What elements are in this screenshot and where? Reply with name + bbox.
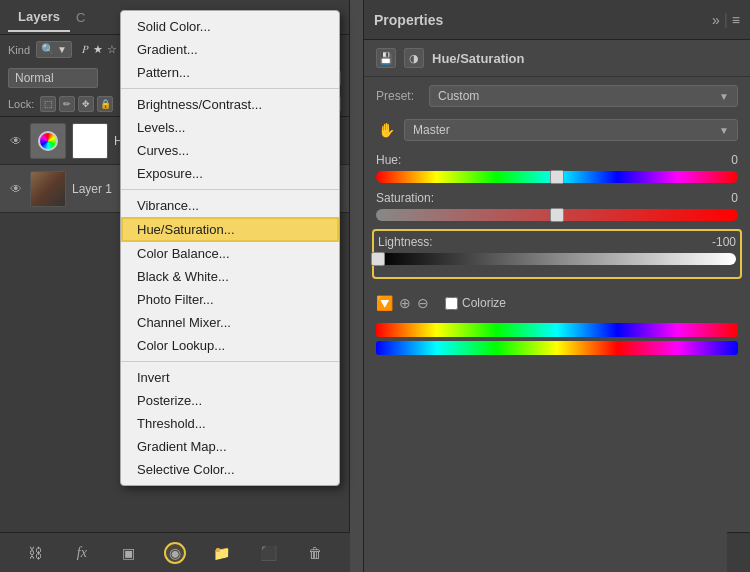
master-row: ✋ Master ▼ [364,115,750,145]
panel-icon-group: » | ≡ [712,11,740,29]
menu-selective-color[interactable]: Selective Color... [121,458,339,481]
eyedropper-add-icon[interactable]: ⊕ [399,295,411,311]
preset-dropdown[interactable]: Custom ▼ [429,85,738,107]
menu-hue-saturation[interactable]: Hue/Saturation... [121,217,339,242]
menu-gradient-map[interactable]: Gradient Map... [121,435,339,458]
saturation-value: 0 [708,191,738,205]
layer-mask-thumbnail [72,123,108,159]
panel-subtitle: Hue/Saturation [432,51,524,66]
eye-icon[interactable]: 👁 [8,181,24,197]
context-menu: Solid Color... Gradient... Pattern... Br… [120,10,340,486]
menu-threshold[interactable]: Threshold... [121,412,339,435]
preset-label: Preset: [376,89,421,103]
menu-exposure[interactable]: Exposure... [121,162,339,185]
menu-separator [121,189,339,190]
menu-color-balance[interactable]: Color Balance... [121,242,339,265]
hue-slider-header: Hue: 0 [376,153,738,167]
lightness-highlighted-section: Lightness: -100 [372,229,742,279]
new-layer-button[interactable]: ⬛ [257,542,279,564]
chevron-down-icon: ▼ [719,125,729,136]
mask-button[interactable]: ▣ [117,542,139,564]
kind-label: Kind [8,44,30,56]
menu-curves[interactable]: Curves... [121,139,339,162]
kind-dropdown[interactable]: 🔍 ▼ [36,41,72,58]
hue-spectrum-bar [376,323,738,337]
menu-vibrance[interactable]: Vibrance... [121,194,339,217]
save-adjustment-button[interactable]: 💾 [376,48,396,68]
menu-black-white[interactable]: Black & White... [121,265,339,288]
lightness-thumb[interactable] [371,252,385,266]
properties-title: Properties [374,12,704,28]
menu-levels[interactable]: Levels... [121,116,339,139]
layers-tab[interactable]: Layers [8,3,70,32]
saturation-label: Saturation: [376,191,434,205]
menu-pattern[interactable]: Pattern... [121,61,339,84]
hue-saturation-header: 💾 ◑ Hue/Saturation [364,40,750,77]
lightness-slider[interactable] [378,253,736,265]
menu-photo-filter[interactable]: Photo Filter... [121,288,339,311]
lock-image-icon[interactable]: ✏ [59,96,75,112]
menu-color-lookup[interactable]: Color Lookup... [121,334,339,357]
layer-name: Layer 1 [72,182,112,196]
properties-panel: Properties » | ≡ 💾 ◑ Hue/Saturation Pres… [363,0,750,572]
hue-thumb[interactable] [550,170,564,184]
saturation-slider-header: Saturation: 0 [376,191,738,205]
menu-separator [121,88,339,89]
output-spectrum-bar [376,341,738,355]
eye-icon[interactable]: 👁 [8,133,24,149]
eyedropper-icon[interactable]: 🔽 [376,295,393,311]
hue-value: 0 [708,153,738,167]
lock-position-icon[interactable]: 🔒 [97,96,113,112]
menu-invert[interactable]: Invert [121,366,339,389]
lightness-slider-row: Lightness: -100 [378,235,736,265]
layers-bottom-toolbar: ⛓ fx ▣ ◉ 📁 ⬛ 🗑 [0,532,350,572]
mode-dropdown[interactable]: Normal [8,68,98,88]
layer-thumbnail [30,171,66,207]
menu-solid-color[interactable]: Solid Color... [121,15,339,38]
menu-gradient[interactable]: Gradient... [121,38,339,61]
lightness-value: -100 [706,235,736,249]
lightness-label: Lightness: [378,235,433,249]
lock-label: Lock: [8,98,34,110]
lock-transparent-icon[interactable]: ⬚ [40,96,56,112]
menu-separator [121,361,339,362]
menu-icon[interactable]: ≡ [732,12,740,28]
colorize-checkbox[interactable] [445,297,458,310]
properties-header: Properties » | ≡ [364,0,750,40]
fx-button[interactable]: fx [71,542,93,564]
delete-layer-button[interactable]: 🗑 [304,542,326,564]
colorize-text: Colorize [462,296,506,310]
master-dropdown[interactable]: Master ▼ [404,119,738,141]
eyedropper-subtract-icon[interactable]: ⊖ [417,295,429,311]
layer-thumbnail [30,123,66,159]
chevron-down-icon: ▼ [719,91,729,102]
saturation-slider[interactable] [376,209,738,221]
sliders-section: Hue: 0 Saturation: 0 Lightness: -100 [364,145,750,287]
preset-row: Preset: Custom ▼ [364,77,750,115]
lightness-slider-header: Lightness: -100 [378,235,736,249]
menu-brightness-contrast[interactable]: Brightness/Contrast... [121,93,339,116]
kind-filter-icons: 𝑃 ★ ☆ [78,42,121,57]
colorize-label[interactable]: Colorize [445,296,506,310]
expand-icon[interactable]: » [712,12,720,28]
new-adjustment-button[interactable]: ◉ [164,542,186,564]
menu-posterize[interactable]: Posterize... [121,389,339,412]
menu-channel-mixer[interactable]: Channel Mixer... [121,311,339,334]
saturation-slider-row: Saturation: 0 [376,191,738,221]
saturation-thumb[interactable] [550,208,564,222]
preset-value: Custom [438,89,479,103]
channels-tab[interactable]: C [70,4,91,31]
master-value: Master [413,123,450,137]
properties-bottom-toolbar: ◼ ◎ ↺ 👁 🗑 [727,532,750,572]
lock-icons: ⬚ ✏ ✥ 🔒 [40,96,113,112]
hand-icon[interactable]: ✋ [376,120,396,140]
hue-slider-row: Hue: 0 [376,153,738,183]
eyedropper-icons: 🔽 ⊕ ⊖ [376,295,429,311]
lock-artboard-icon[interactable]: ✥ [78,96,94,112]
link-button[interactable]: ⛓ [24,542,46,564]
group-button[interactable]: 📁 [211,542,233,564]
divider: | [724,11,728,29]
hue-label: Hue: [376,153,401,167]
hue-slider[interactable] [376,171,738,183]
adjustment-icon[interactable]: ◑ [404,48,424,68]
